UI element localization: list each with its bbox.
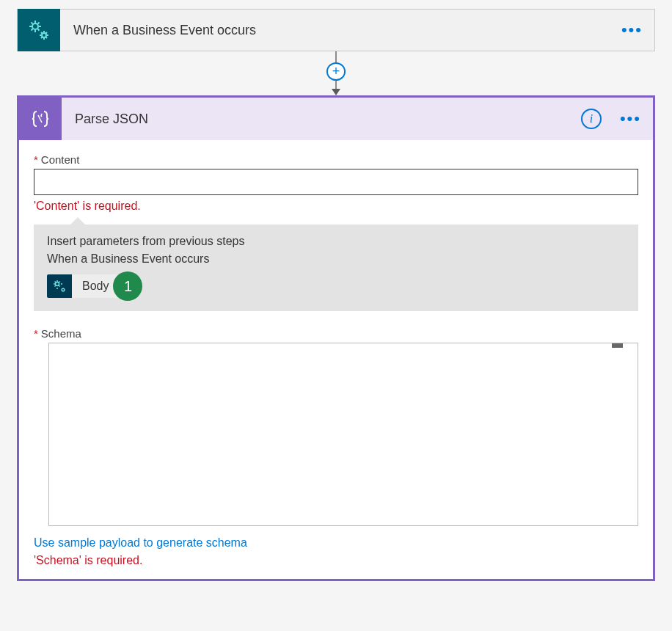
action-header[interactable]: Parse JSON i ••• (19, 98, 653, 140)
connector: + (326, 51, 346, 95)
scrollbar-hint (612, 343, 623, 348)
svg-point-0 (32, 23, 38, 29)
generate-schema-link[interactable]: Use sample payload to generate schema (34, 536, 247, 550)
add-step-button[interactable]: + (326, 62, 346, 81)
more-menu-icon[interactable]: ••• (620, 111, 641, 127)
schema-error: 'Schema' is required. (34, 554, 638, 567)
svg-point-3 (62, 288, 65, 291)
trigger-title: When a Business Event occurs (60, 23, 256, 38)
insert-parameters-title: Insert parameters from previous steps (47, 235, 625, 248)
insert-source-label: When a Business Event occurs (47, 252, 625, 266)
action-title: Parse JSON (62, 112, 148, 127)
schema-label: *Schema (34, 327, 638, 340)
svg-point-1 (42, 33, 46, 37)
content-label: *Content (34, 153, 638, 166)
schema-label-text: Schema (41, 327, 81, 340)
gears-icon (47, 274, 72, 298)
gears-icon (18, 9, 60, 51)
trigger-card[interactable]: When a Business Event occurs ••• (17, 9, 655, 51)
content-input[interactable] (34, 169, 638, 195)
dynamic-content-panel: Insert parameters from previous steps Wh… (34, 225, 638, 311)
info-icon[interactable]: i (581, 109, 602, 129)
token-label: Body (72, 280, 119, 293)
content-error: 'Content' is required. (34, 200, 638, 213)
action-card: Parse JSON i ••• *Content 'Content' is r… (17, 95, 655, 581)
content-label-text: Content (41, 153, 80, 166)
svg-point-2 (56, 282, 59, 286)
schema-input[interactable] (48, 343, 638, 526)
body-token[interactable]: Body (47, 274, 119, 298)
callout-badge-1: 1 (113, 271, 142, 301)
arrow-down-icon (332, 89, 340, 95)
more-menu-icon[interactable]: ••• (621, 22, 643, 38)
braces-icon (19, 98, 62, 140)
